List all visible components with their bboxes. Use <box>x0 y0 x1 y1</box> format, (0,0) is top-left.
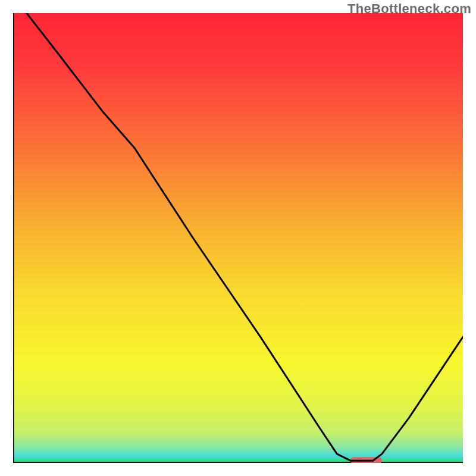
plot-area <box>13 13 463 463</box>
chart-svg <box>13 13 463 463</box>
chart-container: TheBottleneck.com <box>0 0 476 476</box>
watermark-text: TheBottleneck.com <box>347 1 471 17</box>
background-gradient <box>13 13 463 463</box>
